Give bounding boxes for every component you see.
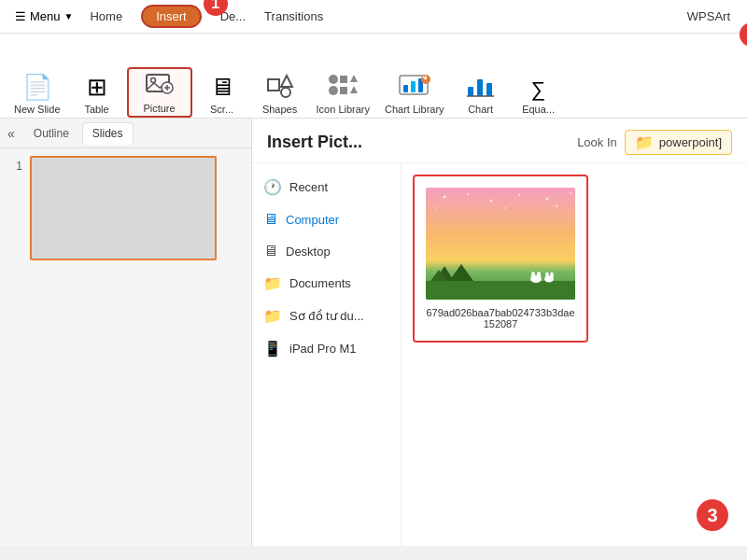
icon-library-button[interactable]: Icon Library [310,69,376,118]
svg-point-11 [329,86,338,95]
files-panel: 679ad026baa7bab024733b3dae152087 3 [402,163,747,546]
svg-point-8 [329,75,338,84]
svg-rect-15 [403,85,408,92]
dialog-title: Insert Pict... [267,133,362,152]
chevron-down-icon: ▼ [64,11,74,21]
collapse-button[interactable]: « [7,126,15,141]
svg-point-26 [467,193,469,195]
chart-icon [466,72,496,102]
slide-number: 1 [7,156,22,173]
scr-icon: 🖥 [210,73,234,102]
equation-label: Equa... [522,104,555,115]
nav-documents-label: Documents [289,276,351,290]
svg-rect-21 [468,87,473,96]
look-in-dropdown[interactable]: 📁 powerpoint] [625,130,732,155]
svg-point-29 [546,198,549,201]
clock-icon: 🕐 [263,178,282,196]
svg-marker-10 [350,75,358,82]
svg-rect-16 [411,81,416,92]
svg-point-32 [504,207,506,209]
selected-file[interactable]: 679ad026baa7bab024733b3dae152087 [413,175,588,343]
svg-marker-13 [350,86,358,93]
svg-rect-22 [477,79,483,96]
svg-rect-5 [268,79,279,91]
shapes-label: Shapes [262,104,297,115]
svg-point-7 [281,88,290,97]
svg-marker-36 [449,264,473,281]
nav-documents[interactable]: 📁 Documents [252,267,401,300]
equation-button[interactable]: ∑ Equa... [511,75,567,118]
monitor-icon: 🖥 [263,211,278,228]
nav-ipad[interactable]: 📱 iPad Pro M1 [252,332,401,365]
icon-library-icon [326,72,359,102]
menu-button[interactable]: ☰ Menu ▼ [7,6,80,27]
svg-rect-23 [486,83,492,96]
svg-rect-34 [426,281,575,300]
nav-so-do[interactable]: 📁 Sơ đồ tư du... [252,300,401,332]
tablet-icon: 📱 [263,340,282,357]
svg-point-33 [556,205,557,207]
chart-library-label: Chart Library [385,104,444,115]
tab-insert[interactable]: Insert 1 [132,1,211,32]
svg-point-40 [537,272,541,279]
so-do-icon: 📁 [263,307,282,325]
wpsart-label: WPSArt [678,6,740,27]
picture-button[interactable]: Picture 2 [127,67,192,118]
icon-library-label: Icon Library [317,104,370,115]
svg-point-27 [490,200,493,203]
new-slide-button[interactable]: 📄 New Slide [7,70,67,118]
svg-point-39 [531,272,535,279]
tab-outline[interactable]: Outline [24,123,78,144]
folder-icon: 📁 [635,133,654,151]
nav-desktop[interactable]: 🖥 Desktop [252,235,401,267]
nav-ipad-label: iPad Pro M1 [289,342,357,356]
menu-icon: ☰ [15,9,26,23]
svg-rect-9 [340,76,347,83]
badge-3: 3 [697,499,728,531]
table-icon: ⊞ [87,73,107,102]
chart-button[interactable]: Chart [453,69,509,118]
svg-rect-12 [340,87,347,94]
nav-desktop-label: Desktop [286,245,331,259]
chart-library-button[interactable]: Chart Library [378,69,451,118]
nav-computer-label: Computer [286,213,339,227]
new-slide-icon: 📄 [22,73,52,102]
file-name: 679ad026baa7bab024733b3dae152087 [426,307,575,329]
scr-label: Scr... [210,104,233,115]
chart-library-icon [398,72,431,102]
svg-point-25 [444,196,446,199]
picture-label: Picture [143,103,175,114]
svg-point-1 [150,78,155,83]
documents-icon: 📁 [263,274,282,292]
menu-label: Menu [30,9,61,23]
desktop-icon: 🖥 [263,243,278,259]
picture-icon [145,71,175,101]
tab-home[interactable]: Home [80,6,132,27]
nav-panel: 🕐 Recent 🖥 Computer 🖥 Desktop [252,163,402,546]
nav-recent[interactable]: 🕐 Recent [252,171,401,203]
slide-thumbnail[interactable] [30,156,217,260]
svg-point-43 [550,273,554,279]
nav-so-do-label: Sơ đồ tư du... [289,309,364,323]
scr-button[interactable]: 🖥 Scr... [194,70,250,118]
slide-item-1[interactable]: 1 [7,156,244,260]
file-thumbnail [426,188,575,300]
nav-computer[interactable]: 🖥 Computer [252,203,401,235]
svg-point-42 [545,273,549,279]
shapes-button[interactable]: Shapes [252,69,308,118]
svg-point-30 [570,192,571,194]
chart-label: Chart [468,104,493,115]
look-in-label: Look In [577,135,617,149]
new-slide-label: New Slide [14,104,61,115]
svg-marker-6 [281,76,292,87]
look-in-area: Look In 📁 powerpoint] [577,130,732,155]
tab-slides[interactable]: Slides [82,122,134,145]
tab-transitions[interactable]: Transitions [255,6,332,27]
nav-recent-label: Recent [289,180,328,194]
equation-icon: ∑ [531,77,546,102]
svg-point-28 [518,194,520,196]
table-button[interactable]: ⊞ Table [69,70,125,118]
svg-point-31 [434,207,436,209]
table-label: Table [84,104,108,115]
look-in-value: powerpoint] [659,135,722,149]
